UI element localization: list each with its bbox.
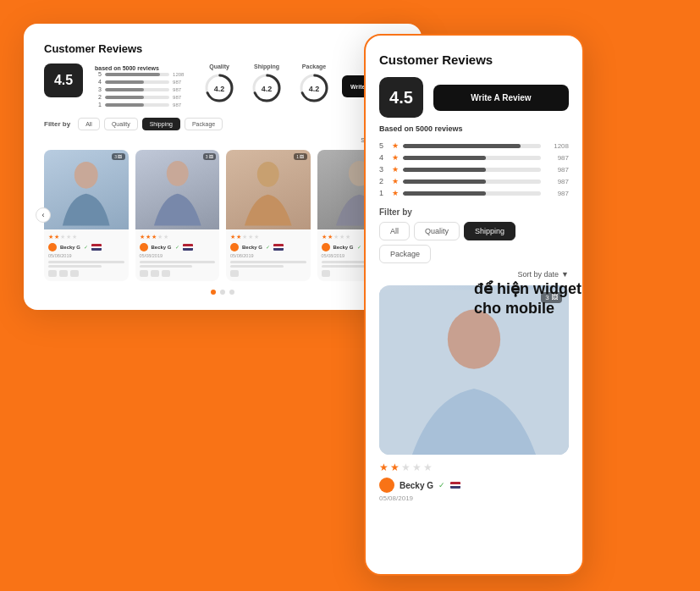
circle-quality: Quality 4.2 (203, 64, 235, 104)
product-3-date: 05/08/2019 (230, 253, 306, 258)
mobile-card-title: Customer Reviews (379, 52, 569, 67)
mobile-filter-shipping[interactable]: Shipping (464, 222, 515, 240)
desktop-sort-row: Sort by date ▼ (44, 137, 401, 143)
shipping-ring: 4.2 (251, 72, 283, 104)
svg-text:4.2: 4.2 (262, 85, 273, 93)
svg-point-11 (257, 162, 279, 187)
desktop-filter-package[interactable]: Package (185, 118, 223, 130)
svg-point-9 (74, 162, 98, 189)
mobile-filter-buttons: All Quality Shipping Package (379, 222, 569, 263)
reviewer-4-avatar (322, 243, 330, 251)
circle-package: Package 4.2 (298, 64, 330, 104)
mobile-flag-icon (450, 482, 460, 489)
mobile-based-on: Based on 5000 reviews (379, 124, 569, 133)
desktop-filter-label: Filter by (44, 120, 70, 128)
desktop-filter-all[interactable]: All (78, 118, 100, 130)
desktop-bar-5: 5 1208 (95, 71, 191, 77)
product-3-icons (230, 270, 306, 277)
desktop-bar-3: 3 987 (95, 86, 191, 92)
product-2-icons (140, 270, 216, 277)
svg-text:4.2: 4.2 (214, 85, 225, 93)
product-1-badge: 3 🖼 (112, 153, 124, 160)
mobile-reviewer-name: Becky G (400, 481, 433, 490)
mobile-sort-row: Sort by date ▼ (379, 270, 569, 279)
product-card-2: 3 🖼 ★ ★ ★ ★ ★ Becky G ✓ 05/08/2019 (135, 150, 220, 281)
product-info-1: ★ ★ ★ ★ ★ Becky G ✓ 05/08/2019 (44, 229, 129, 281)
mobile-reviewer-row: Becky G ✓ (379, 478, 569, 493)
mobile-bar-2: 2 ★ 987 (379, 177, 569, 185)
prev-arrow[interactable]: ‹ (36, 207, 51, 223)
mobile-sort-label: Sort by date (518, 270, 559, 279)
product-2-stars: ★ ★ ★ ★ ★ (140, 234, 216, 240)
product-card-3: 1 🖼 ★ ★ ★ ★ ★ Becky G ✓ 05/08/2019 (226, 150, 311, 281)
product-img-3: 1 🖼 (226, 150, 311, 229)
desktop-widget-card: Customer Reviews 4.5 based on 5000 revie… (24, 24, 422, 310)
product-info-3: ★ ★ ★ ★ ★ Becky G ✓ 05/08/2019 (226, 229, 311, 281)
mobile-bar-4: 4 ★ 987 (379, 153, 569, 162)
quality-ring: 4.2 (203, 72, 235, 104)
desktop-summary-row: 4.5 based on 5000 reviews 5 1208 4 987 3… (44, 64, 401, 109)
package-ring: 4.2 (298, 72, 330, 104)
desktop-bars-container: 5 1208 4 987 3 987 2 987 1 987 (95, 71, 191, 108)
mobile-reviewer-avatar (379, 478, 394, 493)
product-3-reviewer: Becky G ✓ (230, 243, 306, 251)
desktop-score: 4.5 (44, 64, 83, 97)
product-3-stars: ★ ★ ★ ★ ★ (230, 234, 306, 240)
product-1-stars: ★ ★ ★ ★ ★ (48, 234, 124, 240)
mobile-sort-arrow[interactable]: ▼ (561, 270, 569, 279)
desktop-products-row: ‹ 3 🖼 ★ ★ ★ ★ ★ Becky (44, 150, 401, 281)
product-1-date: 05/08/2019 (48, 253, 124, 258)
product-card-1: 3 🖼 ★ ★ ★ ★ ★ Becky G ✓ 05/08/2019 (44, 150, 129, 281)
mobile-filter-package[interactable]: Package (379, 245, 431, 263)
dot-3[interactable] (229, 290, 234, 295)
reviewer-3-avatar (230, 243, 239, 251)
desktop-card-title: Customer Reviews (44, 42, 401, 55)
mobile-bar-3: 3 ★ 987 (379, 165, 569, 174)
mobile-score: 4.5 (379, 77, 423, 118)
dot-1[interactable] (211, 290, 216, 295)
svg-text:4.2: 4.2 (309, 85, 320, 93)
desktop-filter-shipping[interactable]: Shipping (142, 118, 180, 130)
mobile-product-stars: ★ ★ ★ ★ ★ (379, 461, 569, 473)
mobile-filter-section: Filter by All Quality Shipping Package (379, 207, 569, 263)
reviewer-2-avatar (140, 243, 148, 251)
product-img-1: 3 🖼 (44, 150, 129, 229)
product-1-icons (48, 270, 124, 277)
desktop-bar-4: 4 987 (95, 79, 191, 85)
mobile-bars-container: 5 ★ 1208 4 ★ 987 3 ★ 987 2 ★ 987 1 ★ 987 (379, 141, 569, 197)
product-img-2: 3 🖼 (135, 150, 220, 229)
product-1-reviewer: Becky G ✓ (48, 243, 124, 251)
desktop-circles-row: Quality 4.2 Shipping 4.2 Package (203, 64, 330, 104)
dot-2[interactable] (220, 290, 225, 295)
mobile-write-review-button[interactable]: Write A Review (433, 85, 569, 111)
desktop-bar-1: 1 987 (95, 102, 191, 108)
svg-point-10 (166, 161, 188, 186)
mobile-review-date: 05/08/2019 (379, 494, 569, 502)
mobile-bar-1: 1 ★ 987 (379, 189, 569, 197)
overlay-line-1: để hiện widget (474, 279, 581, 299)
product-info-2: ★ ★ ★ ★ ★ Becky G ✓ 05/08/2019 (135, 229, 220, 281)
product-2-date: 05/08/2019 (140, 253, 216, 258)
desktop-bars: based on 5000 reviews 5 1208 4 987 3 987… (95, 64, 191, 109)
mobile-bar-5: 5 ★ 1208 (379, 141, 569, 150)
desktop-filter-row: Filter by All Quality Shipping Package (44, 118, 401, 130)
reviewer-1-avatar (48, 243, 57, 251)
overlay-text: để hiện widget cho mobile (474, 279, 581, 319)
mobile-verified-icon: ✓ (438, 481, 445, 489)
desktop-filter-quality[interactable]: Quality (104, 118, 138, 130)
product-3-badge: 1 🖼 (294, 153, 306, 160)
mobile-filter-quality[interactable]: Quality (414, 222, 460, 240)
product-2-badge: 3 🖼 (203, 153, 216, 160)
product-2-reviewer: Becky G ✓ (140, 243, 216, 251)
overlay-line-2: cho mobile (474, 299, 581, 318)
mobile-filter-label: Filter by (379, 207, 569, 217)
mobile-filter-all[interactable]: All (379, 222, 410, 240)
desktop-based-on: based on 5000 reviews (95, 65, 191, 71)
desktop-dots (44, 290, 401, 295)
desktop-bar-2: 2 987 (95, 94, 191, 100)
mobile-summary-row: 4.5 Write A Review (379, 77, 569, 118)
circle-shipping: Shipping 4.2 (251, 64, 283, 104)
